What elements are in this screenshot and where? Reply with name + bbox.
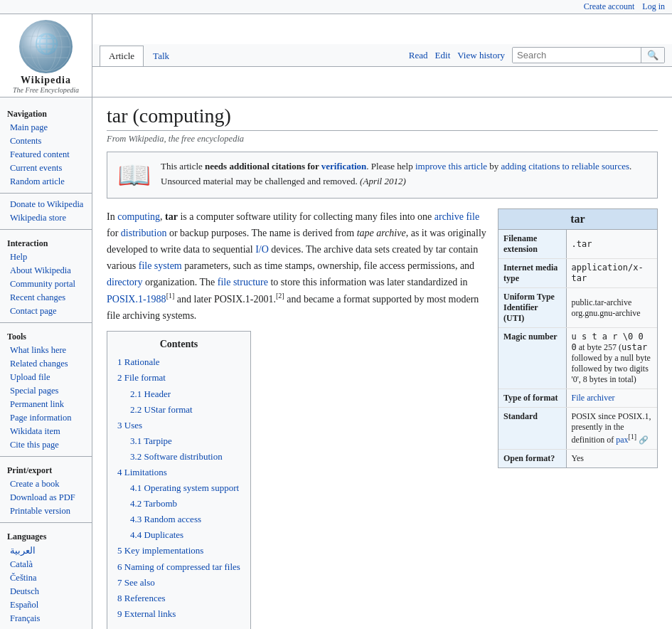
sidebar-item-main-page[interactable]: Main page	[0, 121, 92, 134]
site-logo[interactable]: 🌐 Wikipedia The Free Encyclopedia	[0, 14, 92, 97]
infobox-label: Standard	[498, 408, 566, 450]
interaction-section-title: Interaction	[0, 234, 92, 250]
io-link[interactable]: I/O	[255, 244, 269, 255]
posix-link[interactable]: POSIX.1-1988	[107, 294, 166, 305]
toc-link-4-2[interactable]: 4.2 Tarbomb	[130, 498, 177, 509]
toc-sub-4: 4.1 Operating system support 4.2 Tarbomb…	[130, 480, 240, 543]
toc-link-2[interactable]: 2 File format	[117, 372, 166, 383]
lang-deutsch[interactable]: Deutsch	[0, 585, 92, 598]
toc-link-3-1[interactable]: 3.1 Tarpipe	[130, 435, 172, 446]
toc-item-8: 8 References	[117, 591, 240, 606]
filestructure-link[interactable]: file structure	[218, 277, 268, 287]
table-row: Standard POSIX since POSIX.1, presently …	[498, 408, 657, 450]
lang-arabic[interactable]: العربية	[0, 544, 92, 558]
tab-article[interactable]: Article	[100, 46, 144, 66]
file-archiver-link[interactable]: File archiver	[572, 393, 615, 403]
sidebar-item-whatlinks[interactable]: What links here	[0, 344, 92, 357]
toc-link-1[interactable]: 1 Rationale	[117, 356, 160, 367]
action-tabs: Read Edit View history 🔍	[409, 44, 665, 66]
notice-box: 📖 This article needs additional citation…	[107, 152, 658, 199]
sidebar-item-help[interactable]: Help	[0, 250, 92, 264]
create-account-link[interactable]: Create account	[584, 1, 635, 11]
sidebar-item-random[interactable]: Random article	[0, 175, 92, 189]
sidebar-item-contact[interactable]: Contact page	[0, 305, 92, 318]
sidebar-item-donate[interactable]: Donate to Wikipedia	[0, 198, 92, 211]
toc-item-2-1: 2.1 Header	[130, 386, 240, 402]
search-form: 🔍	[512, 47, 665, 63]
toc-item-9: 9 External links	[117, 606, 240, 622]
lang-cestina[interactable]: Čeština	[0, 571, 92, 585]
toc-sub-2: 2.1 Header 2.2 UStar format	[130, 386, 240, 418]
nav-section-title: Navigation	[0, 105, 92, 121]
sidebar-item-upload[interactable]: Upload file	[0, 371, 92, 384]
infobox-value: public.tar-archiveorg.gnu.gnu-archive	[566, 288, 657, 328]
toc-title: Contents	[117, 339, 240, 350]
page-subtitle: From Wikipedia, the free encyclopedia	[107, 134, 658, 144]
sidebar-item-about[interactable]: About Wikipedia	[0, 264, 92, 278]
infobox-value: .tar	[566, 230, 657, 259]
content-area: tar (computing) From Wikipedia, the free…	[92, 97, 672, 629]
toc-link-2-2[interactable]: 2.2 UStar format	[130, 404, 193, 415]
toc-link-9[interactable]: 9 External links	[117, 608, 176, 619]
sidebar-item-relatedchanges[interactable]: Related changes	[0, 357, 92, 371]
sidebar-item-wikidata[interactable]: Wikidata item	[0, 425, 92, 438]
toc-item-1: 1 Rationale	[117, 354, 240, 370]
tab-view-history[interactable]: View history	[457, 50, 505, 61]
lang-francais[interactable]: Français	[0, 612, 92, 625]
citations-link[interactable]: adding citations to reliable sources	[501, 161, 630, 171]
toc-link-5[interactable]: 5 Key implementations	[117, 545, 203, 556]
toc-item-2: 2 File format	[117, 370, 240, 386]
pax-link[interactable]: pax	[616, 435, 628, 445]
tab-edit[interactable]: Edit	[435, 50, 451, 61]
sidebar-item-store[interactable]: Wikipedia store	[0, 211, 92, 225]
lang-boxes[interactable]: □□□□	[0, 625, 92, 629]
distribution-link[interactable]: distribution	[121, 228, 167, 238]
infobox-label: Filename extension	[498, 230, 566, 259]
svg-text:🌐: 🌐	[33, 32, 58, 56]
logo-globe: 🌐	[19, 20, 73, 73]
archive-file-link[interactable]: archive file	[434, 211, 479, 222]
lang-espanol[interactable]: Español	[0, 598, 92, 612]
toc-link-4-3[interactable]: 4.3 Random access	[130, 514, 201, 524]
search-input[interactable]	[513, 48, 641, 63]
sidebar-item-featured[interactable]: Featured content	[0, 148, 92, 162]
sidebar-item-special[interactable]: Special pages	[0, 384, 92, 398]
improve-link[interactable]: improve this article	[415, 161, 487, 171]
lang-catala[interactable]: Català	[0, 558, 92, 571]
toc-link-7[interactable]: 7 See also	[117, 577, 155, 588]
sidebar-item-printable[interactable]: Printable version	[0, 504, 92, 518]
toc-link-8[interactable]: 8 References	[117, 593, 166, 603]
search-button[interactable]: 🔍	[641, 48, 664, 63]
toc-item-4-1: 4.1 Operating system support	[130, 480, 240, 496]
sidebar-item-permanent[interactable]: Permanent link	[0, 398, 92, 411]
toc-item-3-1: 3.1 Tarpipe	[130, 433, 240, 449]
content-tabs: Article Talk	[100, 45, 178, 65]
toc-link-2-1[interactable]: 2.1 Header	[130, 388, 171, 399]
directory-link[interactable]: directory	[107, 277, 143, 287]
sidebar-item-current-events[interactable]: Current events	[0, 162, 92, 175]
filesystem-link[interactable]: file system	[139, 260, 182, 271]
toc-link-4-4[interactable]: 4.4 Duplicates	[130, 529, 183, 540]
toc-link-3-2[interactable]: 3.2 Software distribution	[130, 451, 223, 462]
sidebar-item-community[interactable]: Community portal	[0, 278, 92, 291]
languages-section-title: Languages	[0, 527, 92, 544]
table-row: Type of format File archiver	[498, 389, 657, 408]
sidebar-item-createbook[interactable]: Create a book	[0, 477, 92, 491]
verification-link[interactable]: verification	[321, 161, 367, 171]
tab-talk[interactable]: Talk	[144, 46, 178, 66]
toc-link-6[interactable]: 6 Naming of compressed tar files	[117, 561, 240, 572]
log-in-link[interactable]: Log in	[642, 1, 665, 11]
sidebar-item-cite[interactable]: Cite this page	[0, 438, 92, 452]
toc-item-7: 7 See also	[117, 575, 240, 591]
sidebar-item-recent[interactable]: Recent changes	[0, 291, 92, 305]
sidebar-item-pdf[interactable]: Download as PDF	[0, 491, 92, 504]
sidebar-item-pageinfo[interactable]: Page information	[0, 411, 92, 425]
sidebar-item-contents[interactable]: Contents	[0, 134, 92, 148]
wikipedia-tagline: The Free Encyclopedia	[13, 86, 79, 94]
toc-link-3[interactable]: 3 Uses	[117, 420, 142, 430]
tab-read[interactable]: Read	[409, 50, 428, 61]
toc-link-4-1[interactable]: 4.1 Operating system support	[130, 482, 239, 493]
computing-link[interactable]: computing	[117, 211, 160, 222]
table-of-contents: Contents 1 Rationale 2 File format 2.1 H…	[107, 331, 251, 629]
toc-link-4[interactable]: 4 Limitations	[117, 467, 167, 477]
